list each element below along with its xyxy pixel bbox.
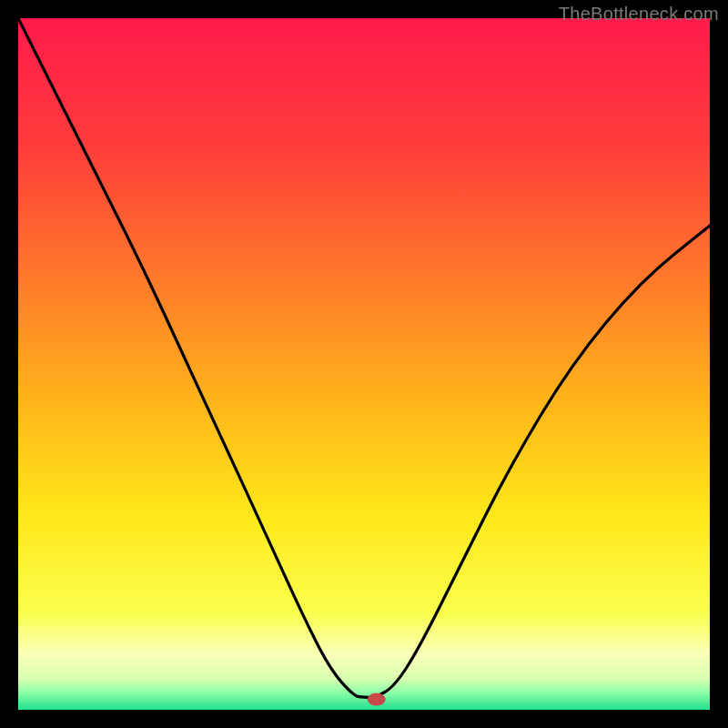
- watermark-text: TheBottleneck.com: [559, 4, 719, 25]
- minimum-marker: [368, 693, 386, 706]
- chart-svg: [18, 18, 710, 710]
- chart-stage: TheBottleneck.com: [0, 0, 728, 728]
- gradient-background: [18, 18, 710, 710]
- plot-area: [18, 18, 710, 710]
